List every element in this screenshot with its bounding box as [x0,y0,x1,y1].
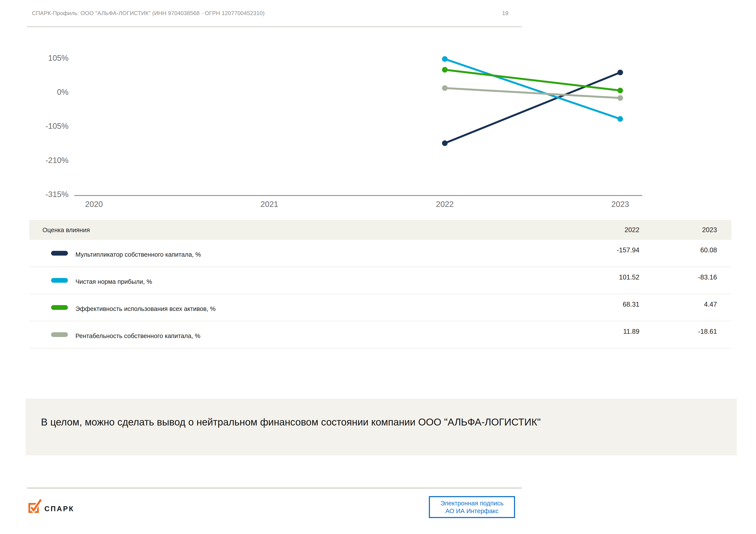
series-color-swatch [51,332,68,337]
metric-value-2023: 60.08 [700,246,717,254]
y-axis-tick-label: -315% [45,190,68,199]
metric-value-2022: -157.94 [617,246,639,254]
column-header-2022: 2022 [625,226,639,234]
signature-line-1: Электронная подпись [440,499,503,507]
series-point [442,85,447,91]
series-line [445,72,620,143]
conclusion-highlight-box: В целом, можно сделать вывод о нейтральн… [26,398,737,455]
table-row: Чистая норма прибыли, % 101.52 -83.16 [29,267,731,294]
y-axis-tick-label: -210% [45,156,68,165]
series-color-swatch [51,305,68,310]
impact-table-title: Оценка влияния [42,226,90,234]
impact-table-header: Оценка влияния 2022 2023 [29,220,731,240]
metric-label: Чистая норма прибыли, % [75,278,152,285]
column-header-2023: 2023 [702,226,717,234]
spark-logo: СПАРК [28,497,74,519]
series-color-swatch [51,251,68,256]
table-row: Рентабельность собственного капитала, % … [29,321,731,348]
series-line [445,70,620,90]
series-point [617,69,623,75]
report-page: { "header": { "title": "СПАРК-Профиль: О… [0,0,756,534]
series-point [617,88,623,93]
metric-value-2022: 101.52 [619,273,639,281]
conclusion-text: В целом, можно сделать вывод о нейтральн… [41,417,541,428]
series-point [617,95,623,101]
footer-divider [27,488,522,489]
spark-logo-text: СПАРК [44,505,74,519]
metric-label: Эффективность использования всех активов… [75,305,216,313]
y-axis-tick-label: -105% [45,122,68,131]
metric-value-2022: 11.89 [623,328,639,336]
signature-line-2: АО ИА Интерфакс [445,507,499,515]
series-point [442,140,447,146]
x-axis-tick-label: 2020 [85,200,103,209]
metric-value-2023: -83.16 [698,273,717,281]
dupont-factors-line-chart: 105%0%-105%-210%-315%2020202120222023 [0,0,756,215]
metric-label: Рентабельность собственного капитала, % [75,332,201,340]
x-axis-tick-label: 2022 [436,200,454,209]
table-row: Эффективность использования всех активов… [29,294,731,321]
x-axis-tick-label: 2023 [611,200,629,209]
metric-value-2022: 68.31 [623,301,639,308]
y-axis-tick-label: 105% [48,54,68,63]
y-axis-tick-label: 0% [57,88,68,96]
table-row: Мультипликатор собственного капитала, % … [29,240,731,267]
electronic-signature-stamp: Электронная подпись АО ИА Интерфакс [429,496,515,518]
metric-value-2023: -18.61 [698,328,717,336]
series-point [442,67,447,73]
series-point [442,56,447,62]
impact-table: Оценка влияния 2022 2023 Мультипликатор … [29,220,731,348]
metric-value-2023: 4.47 [704,301,717,308]
series-color-swatch [51,278,68,283]
spark-checkbox-icon [28,497,43,519]
x-axis-tick-label: 2021 [260,200,278,209]
metric-label: Мультипликатор собственного капитала, % [75,251,201,258]
series-point [617,116,623,122]
